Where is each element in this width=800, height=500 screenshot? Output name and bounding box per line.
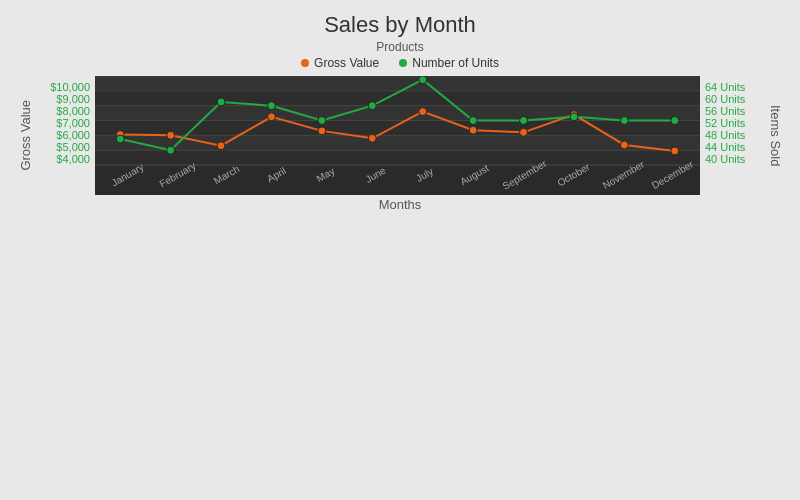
y-right-tick: 44 Units [705,141,745,153]
y-left-tick: $10,000 [50,81,90,93]
y-left-tick: $9,000 [56,93,90,105]
svg-point-69 [469,117,477,125]
y-axis-left-label: Gross Value [18,100,33,171]
x-tick: February [153,158,208,204]
y-right-tick: 52 Units [705,117,745,129]
y-right-tick: 60 Units [705,93,745,105]
legend-items: Gross ValueNumber of Units [301,56,499,70]
legend-dot [301,59,309,67]
y-left-tick: $5,000 [56,141,90,153]
svg-point-67 [368,102,376,110]
svg-rect-37 [95,76,700,91]
svg-point-54 [318,127,326,135]
x-tick: November [599,158,654,204]
legend-label: Number of Units [412,56,499,70]
y-left-tick: $8,000 [56,105,90,117]
svg-point-53 [267,113,275,121]
chart-title: Sales by Month [324,12,476,38]
x-tick: April [252,158,307,204]
y-right-tick: 48 Units [705,129,745,141]
svg-point-51 [167,131,175,139]
y-left-tick: $4,000 [56,153,90,165]
x-tick: March [202,158,257,204]
y-left-tick: $6,000 [56,129,90,141]
legend-dot [399,59,407,67]
svg-point-72 [620,117,628,125]
svg-point-66 [318,117,326,125]
legend-item: Number of Units [399,56,499,70]
x-tick: January [103,158,158,204]
svg-point-70 [520,117,528,125]
legend-label: Gross Value [314,56,379,70]
legend-group-label: Products [376,40,423,54]
svg-point-60 [620,141,628,149]
svg-point-52 [217,142,225,150]
svg-point-71 [570,113,578,121]
svg-point-65 [267,102,275,110]
legend-container: Products Gross ValueNumber of Units [301,40,499,70]
svg-point-68 [419,76,427,84]
svg-point-73 [671,117,679,125]
y-right-tick: 64 Units [705,81,745,93]
svg-point-57 [469,126,477,134]
svg-point-61 [671,147,679,155]
svg-rect-40 [95,121,700,136]
legend-item: Gross Value [301,56,379,70]
x-tick: October [550,158,605,204]
svg-point-55 [368,134,376,142]
svg-point-56 [419,108,427,116]
svg-point-63 [167,146,175,154]
x-tick: December [649,158,704,204]
svg-rect-39 [95,106,700,121]
svg-point-62 [116,135,124,143]
svg-point-64 [217,98,225,106]
y-left-tick: $7,000 [56,117,90,129]
y-right-tick: 40 Units [705,153,745,165]
x-tick: September [500,158,555,204]
svg-point-58 [520,128,528,136]
y-right-tick: 56 Units [705,105,745,117]
x-tick: May [302,158,357,204]
x-tick: August [450,158,505,204]
y-axis-right-label: Items Sold [768,105,783,166]
x-tick: July [401,158,456,204]
